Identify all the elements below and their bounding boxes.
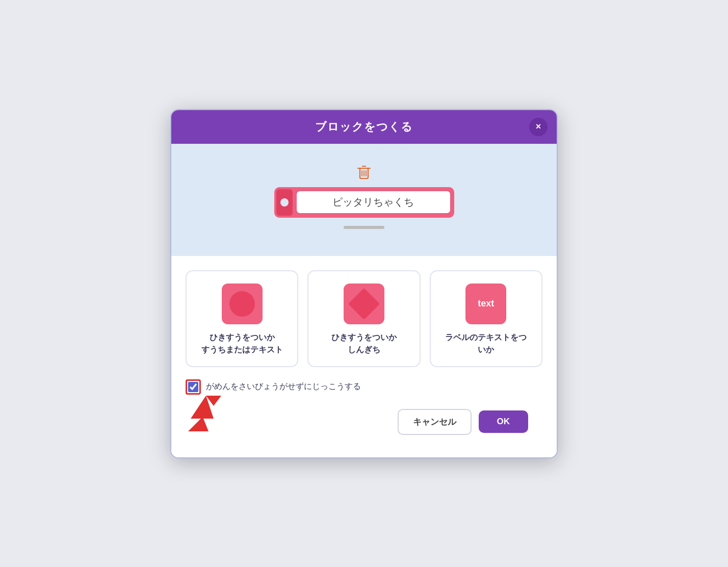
modal-overlay: ブロックをつくる × [0, 0, 728, 567]
modal-title: ブロックをつくる [315, 119, 413, 135]
preview-area [171, 144, 557, 256]
block-preview [274, 187, 454, 218]
trash-icon[interactable] [357, 164, 371, 183]
circle-shape-icon [229, 291, 255, 317]
modal-header: ブロックをつくる × [171, 110, 557, 144]
cancel-button[interactable]: キャンセル [398, 409, 472, 435]
scroll-hint [344, 226, 384, 229]
card-label-label-text: ラベルのテキストをつ いか [445, 331, 527, 356]
text-shape-icon: text [478, 298, 494, 309]
card-icon-boolean [344, 284, 384, 324]
close-button[interactable]: × [529, 118, 548, 136]
option-cards-container: ひきすうをついか すうちまたはテキスト ひきすうをついか しんぎち [186, 270, 542, 367]
options-section: ひきすうをついか すうちまたはテキスト ひきすうをついか しんぎち [171, 256, 557, 457]
block-label-input[interactable] [296, 190, 451, 214]
modal-dialog: ブロックをつくる × [170, 109, 558, 458]
checkbox-row: がめんをさいびょうがせずにじっこうする [186, 379, 542, 395]
modal-footer: キャンセル OK [186, 409, 542, 447]
checkbox-label: がめんをさいびょうがせずにじっこうする [206, 381, 361, 392]
ok-button[interactable]: OK [479, 410, 529, 433]
option-card-number-text[interactable]: ひきすうをついか すうちまたはテキスト [186, 270, 298, 367]
diamond-shape-icon [348, 288, 380, 319]
card-label-number-text: ひきすうをついか すうちまたはテキスト [201, 331, 283, 356]
option-card-label-text[interactable]: text ラベルのテキストをつ いか [430, 270, 542, 367]
arrow-annotation [180, 391, 226, 431]
card-icon-label-text: text [465, 284, 506, 324]
card-icon-number-text [222, 284, 263, 324]
block-notch [276, 189, 293, 216]
svg-marker-7 [188, 396, 214, 431]
card-label-boolean: ひきすうをついか しんぎち [331, 331, 397, 356]
option-card-boolean[interactable]: ひきすうをついか しんぎち [307, 270, 420, 367]
